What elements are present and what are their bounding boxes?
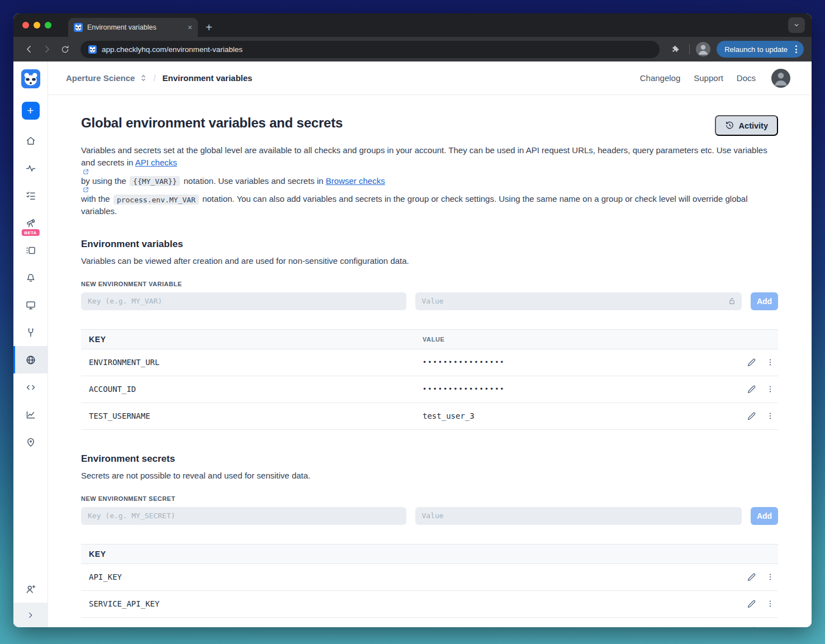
secrets-section-description: Secrets are not possible to reveal and u… [81,471,778,480]
kebab-menu-icon[interactable] [766,358,775,367]
browser-toolbar: app.checklyhq.com/environment-variables … [13,37,812,61]
toolbar-right: Relaunch to update [667,41,804,58]
edit-pencil-icon[interactable] [747,358,756,367]
sidebar-item-explore-beta[interactable]: BETA [13,209,48,236]
sidebar-item-checks[interactable] [13,182,48,209]
back-button[interactable] [21,41,37,57]
edit-pencil-icon[interactable] [747,599,756,609]
edit-pencil-icon[interactable] [747,626,756,627]
puzzle-icon [671,45,680,54]
secret-key-input[interactable] [81,507,406,525]
sidebar-collapse-button[interactable] [13,603,48,627]
variables-table: KEY VALUE ENVIRONMENT_URL ••••••••••••••… [81,329,778,430]
reload-button[interactable] [57,41,73,57]
checkly-logo[interactable] [21,69,40,88]
variables-section-title: Environment variables [81,239,778,250]
edit-pencil-icon[interactable] [747,385,756,394]
minimize-window-button[interactable] [34,22,40,29]
variable-key-input[interactable] [81,292,406,310]
relaunch-label: Relaunch to update [724,45,788,54]
sidebar-item-maintenance[interactable] [13,319,48,346]
secret-value-input[interactable] [415,507,742,525]
variables-section-description: Variables can be viewed after creation a… [81,256,778,266]
variable-value-input[interactable] [415,292,742,310]
relaunch-to-update-button[interactable]: Relaunch to update [717,41,804,58]
tab-close-icon[interactable]: × [188,23,192,32]
user-avatar[interactable] [771,69,790,88]
secret-key: API_KEY [81,572,731,581]
create-new-button[interactable]: + [22,102,40,120]
new-tab-button[interactable]: + [206,22,212,33]
activity-button[interactable]: Activity [715,115,778,136]
sidebar-item-invite-user[interactable] [13,575,48,603]
app-content-column: Aperture Science / Environment variables… [48,61,812,627]
breadcrumb-separator: / [153,73,155,83]
tab-title: Environment variables [87,23,183,31]
header-links: Changelog Support Docs [640,69,790,88]
telescope-icon [25,217,36,229]
checkly-app: + BETA [13,61,812,627]
edit-pencil-icon[interactable] [747,411,756,421]
chevron-right-icon [26,611,35,619]
secret-key: SERVICE_API_KEY [81,599,731,608]
sidebar-item-logs[interactable] [13,236,48,264]
code-icon [25,382,36,393]
bell-icon [25,272,36,283]
support-link[interactable]: Support [694,73,723,83]
wrench-icon [25,327,36,338]
intro-text: Variables and secrets set at the global … [81,145,767,167]
sidebar-item-activity[interactable] [13,154,48,182]
tab-environment-variables[interactable]: Environment variables × [68,18,198,37]
kebab-menu-icon[interactable] [766,385,775,394]
tab-search-button[interactable] [788,17,805,33]
location-pin-icon [25,437,36,448]
sidebar-bottom [13,575,48,627]
api-checks-link[interactable]: API checks [81,158,777,175]
browser-profile-avatar[interactable] [696,42,710,56]
kebab-menu-icon[interactable] [766,626,775,627]
sidebar-item-environment-variables[interactable] [13,346,48,373]
kebab-menu-icon[interactable] [766,411,775,420]
account-switcher-icon[interactable] [139,74,148,82]
sidebar-item-dashboards[interactable] [13,291,48,319]
account-switcher[interactable]: Aperture Science [66,73,135,83]
kebab-menu-icon[interactable] [766,599,775,608]
zoom-window-button[interactable] [45,22,51,29]
edit-pencil-icon[interactable] [747,572,756,582]
changelog-link[interactable]: Changelog [640,73,681,83]
chevron-down-icon [793,21,800,29]
sidebar-item-analytics[interactable] [13,401,48,428]
table-row: ACCOUNT_ID •••••••••••••••• [81,376,778,403]
close-window-button[interactable] [22,22,29,29]
beta-badge: BETA [21,229,39,236]
window-controls [22,22,51,29]
relaunch-menu-icon[interactable] [792,45,800,53]
sidebar-item-snippets[interactable] [13,373,48,401]
secrets-table-header: KEY [81,544,778,564]
add-secret-button[interactable]: Add [751,507,778,525]
back-arrow-icon [24,44,34,54]
intro-text: by using the [81,176,129,186]
extensions-button[interactable] [667,41,683,57]
reload-icon [60,45,70,54]
forward-arrow-icon [42,44,52,54]
home-icon [25,135,36,146]
checkly-favicon [74,23,83,32]
sidebar-item-home[interactable] [13,127,48,154]
variable-value-masked: •••••••••••••••• [423,358,731,366]
page-title: Global environment variables and secrets [81,115,343,131]
forward-button[interactable] [39,41,55,57]
docs-link[interactable]: Docs [737,73,756,83]
sidebar-item-alerts[interactable] [13,264,48,291]
add-variable-button[interactable]: Add [751,292,778,310]
sidebar: + BETA [13,61,48,627]
table-row: TEST_PASSWORD [81,618,778,627]
table-row: ENVIRONMENT_URL •••••••••••••••• [81,349,778,376]
kebab-menu-icon[interactable] [766,572,775,581]
browser-window: Environment variables × + app.checklyhq.… [13,13,812,627]
url-bar[interactable]: app.checklyhq.com/environment-variables [80,41,660,58]
tab-strip: Environment variables × + [13,13,812,37]
unlock-icon[interactable] [728,297,736,305]
sidebar-item-private-locations[interactable] [13,428,48,456]
person-icon [771,69,790,88]
